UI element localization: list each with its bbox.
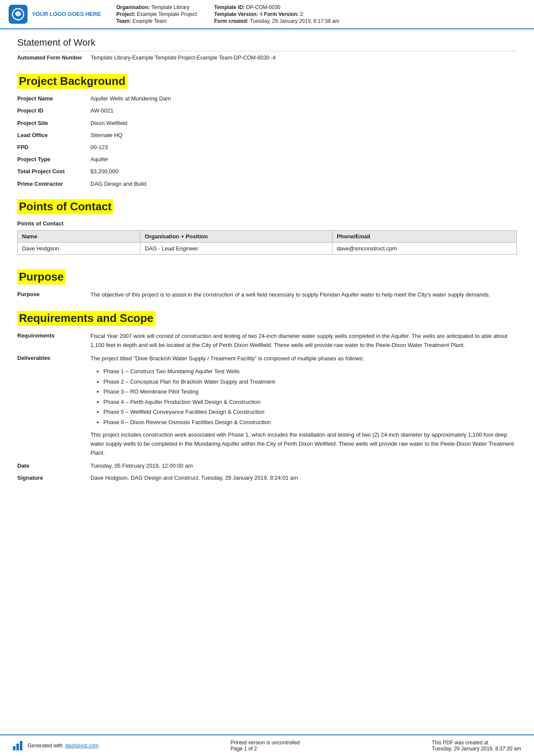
pdf-date: Tuesday, 29 January 2019, 8:37:20 am — [432, 746, 521, 752]
dashpivot-link[interactable]: dashpivot.com — [65, 743, 98, 749]
header-meta: Organisation: Template Library Project: … — [116, 4, 521, 24]
contacts-table-header-row: Name Organisation + Position Phone/Email — [18, 230, 517, 242]
requirements-row: Requirements Fiscal Year 2007 work will … — [17, 332, 517, 350]
list-item: Phase 6 – Dixon Reverse Osmosis Faciliti… — [103, 418, 517, 427]
field-row: Prime ContractorDAG Design and Build — [17, 180, 517, 188]
field-label: Lead Office — [17, 131, 90, 139]
phases-list: Phase 1 – Construct Two Mundaring Aquife… — [103, 367, 517, 426]
points-of-contact-label: Points of Contact — [17, 220, 517, 227]
list-item: Phase 1 – Construct Two Mundaring Aquife… — [103, 367, 517, 376]
points-of-contact-heading: Points of Contact — [17, 199, 113, 214]
signature-row: Signature Dave Hodgson, DAG Design and C… — [17, 474, 517, 482]
field-row: Project IDAW-0021 — [17, 107, 517, 115]
col-org: Organisation + Position — [140, 230, 332, 242]
generated-text: Generated with — [28, 743, 62, 749]
field-label: Project Type — [17, 156, 90, 163]
field-row: Project NameAquifer Wells at Mundering D… — [17, 95, 517, 103]
table-cell: DAG - Lead Engineer — [140, 242, 332, 254]
field-row: FPD00-123 — [17, 144, 517, 151]
field-label: Total Project Cost — [17, 168, 90, 175]
footer-right: This PDF was created at Tuesday, 29 Janu… — [432, 740, 521, 752]
logo-icon — [9, 5, 28, 24]
footer: Generated with dashpivot.com Printed ver… — [0, 734, 534, 756]
organisation-line: Organisation: Template Library — [116, 4, 197, 10]
field-value: AW-0021 — [90, 107, 517, 115]
deliverables-intro: The project titled "Dixie Brackish Water… — [90, 354, 517, 363]
requirements-heading: Requirements and Scope — [17, 311, 155, 326]
field-row: Project SiteDixon Wellfield — [17, 119, 517, 127]
project-background-fields: Project NameAquifer Wells at Mundering D… — [17, 95, 517, 188]
printed-label: Printed version is uncontrolled — [230, 740, 300, 746]
signature-value: Dave Hodgson, DAG Design and Construct, … — [90, 474, 517, 482]
contacts-table-head: Name Organisation + Position Phone/Email — [18, 230, 517, 242]
list-item: Phase 5 – Wellfield Conveyance Facilitie… — [103, 408, 517, 416]
project-line: Project: Example Template Project — [116, 11, 197, 17]
field-value: Sitemate HQ — [90, 131, 517, 139]
signature-label: Signature — [17, 474, 90, 482]
sow-title: Statement of Work — [17, 37, 517, 51]
field-label: Prime Contractor — [17, 180, 90, 188]
deliverables-row: Deliverables The project titled "Dixie B… — [17, 354, 517, 458]
contacts-table-body: Dave HodgsonDAG - Lead Engineerdave@smco… — [18, 242, 517, 254]
field-label: FPD — [17, 144, 90, 151]
field-row: Project TypeAquifer — [17, 156, 517, 163]
purpose-label: Purpose — [17, 291, 90, 300]
content: Statement of Work Automated Form Number … — [0, 29, 534, 482]
logo-text: YOUR LOGO GOES HERE — [32, 11, 101, 18]
date-label: Date — [17, 462, 90, 470]
field-row: Total Project Cost$3,200,000 — [17, 168, 517, 175]
template-id-line: Template ID: DP-COM-0030 — [214, 4, 339, 10]
field-value: 00-123 — [90, 144, 517, 151]
header-meta-col-left: Organisation: Template Library Project: … — [116, 4, 197, 24]
field-row: Lead OfficeSitemate HQ — [17, 131, 517, 139]
field-label: Project Site — [17, 119, 90, 127]
deliverables-content: The project titled "Dixie Brackish Water… — [90, 354, 517, 458]
footer-left: Generated with dashpivot.com — [13, 741, 99, 750]
header: YOUR LOGO GOES HERE Organisation: Templa… — [0, 0, 534, 29]
col-name: Name — [18, 230, 140, 242]
field-value: Dixon Wellfield — [90, 119, 517, 127]
list-item: Phase 4 – Perth Aquifer Production Well … — [103, 398, 517, 406]
field-value: Aquifer — [90, 156, 517, 163]
date-row: Date Tuesday, 05 February 2019, 12:00:00… — [17, 462, 517, 470]
list-item: Phase 3 – RO Membrane Pilot Testing — [103, 387, 517, 396]
field-value: DAG Design and Build — [90, 180, 517, 188]
header-meta-col-right: Template ID: DP-COM-0030 Template Versio… — [214, 4, 339, 24]
team-line: Team: Example Team — [116, 18, 197, 24]
contacts-table: Name Organisation + Position Phone/Email… — [17, 230, 517, 255]
requirements-text: Fiscal Year 2007 work will consist of co… — [90, 332, 517, 350]
form-created-line: Form created: Tuesday, 29 January 2019, … — [214, 18, 339, 24]
footer-center: Printed version is uncontrolled Page 1 o… — [230, 740, 300, 752]
purpose-text: The objective of this project is to assi… — [90, 291, 517, 300]
table-cell: Dave Hodgson — [18, 242, 140, 254]
template-version-line: Template Version: 4 Form Version: 2 — [214, 11, 339, 17]
purpose-heading: Purpose — [17, 269, 65, 284]
page-label: Page 1 of 2 — [230, 746, 300, 752]
field-label: Project ID — [17, 107, 90, 115]
requirements-label: Requirements — [17, 332, 90, 350]
table-cell: dave@smconstruct.cpm — [332, 242, 516, 254]
list-item: Phase 2 – Conceptual Plan for Brackish W… — [103, 378, 517, 386]
pdf-label: This PDF was created at — [432, 740, 521, 746]
form-number-label: Automated Form Number — [17, 55, 82, 61]
project-background-heading: Project Background — [17, 74, 127, 89]
field-value: Aquifer Wells at Mundering Dam — [90, 95, 517, 103]
logo-area: YOUR LOGO GOES HERE — [9, 4, 108, 24]
field-label: Project Name — [17, 95, 90, 103]
deliverables-label: Deliverables — [17, 354, 90, 458]
purpose-row: Purpose The objective of this project is… — [17, 291, 517, 300]
date-value: Tuesday, 05 February 2019, 12:00:00 am — [90, 462, 517, 470]
form-number-row: Automated Form Number Template Library-E… — [17, 55, 517, 61]
form-number-value: Template Library-Example Template Projec… — [91, 55, 276, 61]
page: YOUR LOGO GOES HERE Organisation: Templa… — [0, 0, 534, 756]
deliverables-closing: This project includes construction work … — [90, 431, 517, 457]
field-value: $3,200,000 — [90, 168, 517, 175]
col-phone: Phone/Email — [332, 230, 516, 242]
dashpivot-logo-icon — [13, 741, 25, 750]
table-row: Dave HodgsonDAG - Lead Engineerdave@smco… — [18, 242, 517, 254]
